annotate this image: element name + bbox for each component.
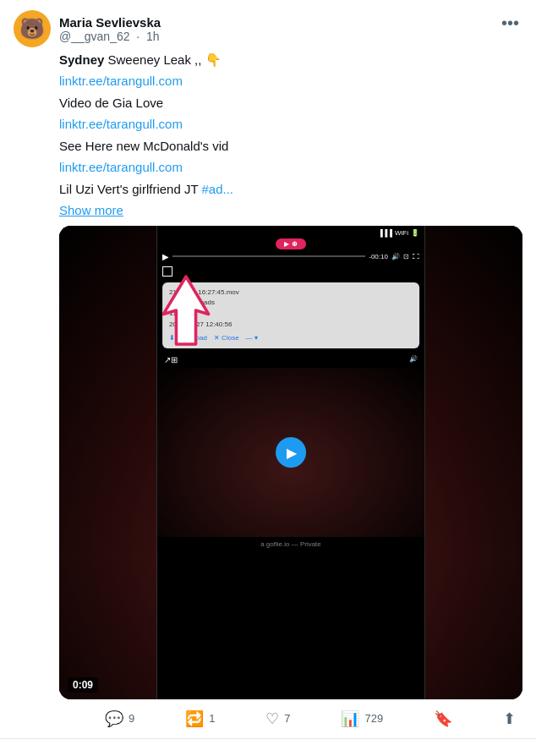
user-info: Maria Sevlievska @__gvan_62 · 1h (59, 15, 161, 43)
pill-label: ⊕ (292, 240, 298, 248)
more-action[interactable]: — ▾ (246, 333, 258, 344)
svg-marker-0 (163, 277, 208, 344)
media-container[interactable]: ▐▐▐ WiFi 🔋 ▶ ⊕ ▶ -00:10 🔊 (59, 226, 522, 699)
retweet-action[interactable]: 🔁 1 (185, 709, 215, 728)
title-bold: Sydney (59, 52, 104, 67)
share-action[interactable]: ⬆ (503, 709, 516, 728)
red-pill-container: ▶ ⊕ (157, 238, 424, 249)
show-more-link[interactable]: Show more (59, 203, 522, 217)
share-icon: ⬆ (503, 709, 516, 728)
reply-icon: 💬 (105, 709, 123, 728)
title-emoji: 👇 (205, 52, 222, 67)
volume-icon[interactable]: 🔊 (391, 253, 400, 260)
more-phone-icon[interactable]: ⊞ (171, 355, 178, 364)
video-time: -00:10 (369, 253, 388, 260)
link-1[interactable]: linktr.ee/tarangull.com (59, 72, 522, 91)
pill-play-icon: ▶ (284, 240, 289, 248)
like-icon: ♡ (265, 709, 279, 728)
line-lil-uzi: Lil Uzi Vert's girlfriend JT #ad... (59, 180, 522, 200)
handle[interactable]: @__gvan_62 (59, 30, 130, 43)
views-count: 729 (364, 712, 383, 725)
signal-icon: ▐▐▐ (378, 229, 392, 237)
header-left: 🐻 Maria Sevlievska @__gvan_62 · 1h (14, 10, 161, 47)
link-2[interactable]: linktr.ee/tarangull.com (59, 115, 522, 134)
line-mcdonalds: See Here new McDonald's vid (59, 137, 522, 156)
battery-icon: 🔋 (411, 229, 419, 237)
play-icon-small[interactable]: ▶ (162, 252, 169, 261)
audio-icon[interactable]: 🔊 (409, 355, 418, 364)
tweet-header: 🐻 Maria Sevlievska @__gvan_62 · 1h ••• (14, 10, 522, 47)
timestamp-badge: 0:09 (68, 677, 98, 693)
retweet-count: 1 (209, 712, 215, 725)
action-bar: 💬 9 🔁 1 ♡ 7 📊 729 🔖 ⬆ (105, 709, 522, 728)
like-action[interactable]: ♡ 7 (265, 709, 290, 728)
link-3[interactable]: linktr.ee/tarangull.com (59, 158, 522, 178)
wifi-icon: WiFi (395, 229, 408, 237)
time: 1h (146, 30, 160, 43)
share-phone-icon[interactable]: ↗ (164, 355, 171, 364)
views-icon: 📊 (341, 709, 359, 728)
tweet: 🐻 Maria Sevlievska @__gvan_62 · 1h ••• S… (0, 0, 536, 739)
video-controls: ▶ -00:10 🔊 ⊡ ⛶ (157, 249, 424, 264)
handle-time: @__gvan_62 · 1h (59, 30, 161, 43)
hashtag[interactable]: #ad... (201, 182, 233, 196)
tweet-text: Sydney Sweeney Leak ,, 👇 linktr.ee/taran… (59, 51, 522, 200)
red-pill-button[interactable]: ▶ ⊕ (276, 238, 306, 249)
progress-bar[interactable] (172, 255, 365, 257)
line-video-gia: Video de Gia Love (59, 94, 522, 113)
reply-count: 9 (129, 712, 134, 725)
bookmark-icon: 🔖 (434, 709, 452, 728)
tweet-title-line: Sydney Sweeney Leak ,, 👇 (59, 51, 522, 70)
dark-video-area: ▶ (157, 368, 424, 537)
center-play-icon: ▶ (287, 445, 297, 461)
watermark: a gofile.io — Private (157, 537, 424, 551)
phone-status-bar: ▐▐▐ WiFi 🔋 (157, 226, 424, 237)
cast-icon[interactable]: ⊡ (403, 253, 409, 260)
phone-icons-row: ↗ ⊞ 🔊 (157, 352, 424, 368)
reply-action[interactable]: 💬 9 (105, 709, 134, 728)
views-action[interactable]: 📊 729 (341, 709, 383, 728)
center-play-button[interactable]: ▶ (276, 437, 306, 468)
avatar[interactable]: 🐻 (14, 10, 51, 47)
fullscreen-icon[interactable]: ⛶ (413, 253, 419, 260)
arrow-annotation (152, 272, 220, 348)
bookmark-action[interactable]: 🔖 (434, 709, 452, 728)
display-name[interactable]: Maria Sevlievska (59, 15, 161, 30)
avatar-emoji: 🐻 (19, 17, 45, 41)
like-count: 7 (284, 712, 290, 725)
tweet-body: Sydney Sweeney Leak ,, 👇 linktr.ee/taran… (59, 51, 522, 728)
title-rest: Sweeney Leak ,, (104, 52, 201, 67)
more-options-button[interactable]: ••• (498, 10, 522, 36)
retweet-icon: 🔁 (185, 709, 204, 728)
